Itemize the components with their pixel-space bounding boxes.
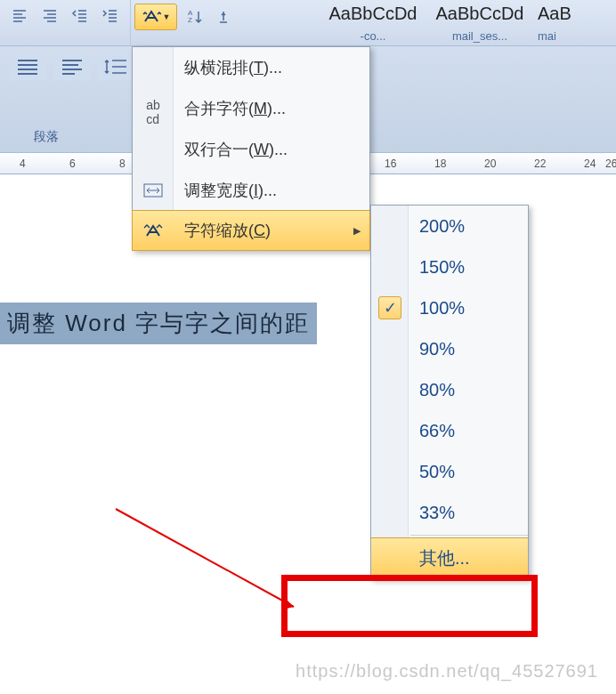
menu-label: 字符缩放(C)	[184, 220, 271, 241]
option-label: 33%	[419, 503, 455, 523]
svg-line-3	[116, 509, 294, 607]
watermark: https://blog.csdn.net/qq_45527691	[296, 661, 598, 682]
selected-text[interactable]: 调整 Word 字与字之间的距	[0, 303, 317, 344]
align-distribute-button[interactable]	[53, 53, 91, 80]
svg-text:Z: Z	[188, 16, 192, 24]
style-name: -co...	[324, 29, 422, 43]
scale-option-150[interactable]: 150%	[371, 246, 528, 287]
scale-option-100[interactable]: ✓ 100%	[371, 287, 528, 328]
option-label: 50%	[419, 462, 455, 482]
ruler-mark: 20	[484, 157, 496, 170]
menu-label: 双行合一(W)...	[184, 139, 288, 160]
scale-option-90[interactable]: 90%	[371, 328, 528, 369]
option-label: 90%	[419, 339, 455, 359]
style-item-1[interactable]: AaBbCcDd -co...	[324, 4, 422, 43]
menu-item-horizontal-vertical[interactable]: 纵横混排(T)...	[133, 47, 369, 88]
ribbon-toolbar: ▼ AZ AaBbCcDd -co... AaBbCcDd mail_ses..…	[0, 0, 616, 46]
decrease-indent-button[interactable]	[68, 5, 93, 28]
style-name: mail_ses...	[431, 29, 529, 43]
style-item-3[interactable]: AaB mai	[538, 4, 582, 43]
style-item-2[interactable]: AaBbCcDd mail_ses...	[431, 4, 529, 43]
asian-layout-menu: 纵横混排(T)... abcd 合并字符(M)... 双行合一(W)... 调整…	[132, 46, 370, 251]
style-preview: AaBbCcDd	[431, 4, 529, 24]
scale-option-other[interactable]: 其他...	[371, 537, 528, 578]
ruler-mark: 26	[605, 157, 616, 170]
option-label: 其他...	[419, 546, 470, 570]
option-label: 80%	[419, 380, 455, 400]
scale-option-33[interactable]: 33%	[371, 492, 528, 533]
show-marks-button[interactable]	[211, 5, 236, 28]
scale-option-66[interactable]: 66%	[371, 410, 528, 451]
style-preview: AaB	[538, 4, 582, 24]
scale-option-80[interactable]: 80%	[371, 369, 528, 410]
indent-left-button[interactable]	[7, 5, 32, 28]
submenu-arrow-icon: ▶	[353, 225, 361, 237]
menu-label: 纵横混排(T)...	[184, 57, 282, 78]
check-icon: ✓	[378, 296, 401, 319]
option-label: 150%	[419, 257, 465, 278]
style-name: mai	[538, 29, 582, 43]
menu-item-combine-chars[interactable]: 合并字符(M)...	[133, 88, 369, 129]
scale-option-50[interactable]: 50%	[371, 451, 528, 492]
indent-right-button[interactable]	[37, 5, 62, 28]
align-justify-button[interactable]	[9, 53, 46, 80]
menu-divider	[410, 535, 528, 536]
ruler-mark: 16	[385, 157, 396, 170]
ruler-mark: 8	[119, 157, 126, 170]
option-label: 100%	[419, 298, 465, 319]
option-label: 66%	[419, 421, 455, 441]
ruler-mark: 18	[434, 157, 446, 170]
char-scale-icon	[133, 212, 174, 251]
group-label: 段落	[34, 129, 59, 145]
increase-indent-button[interactable]	[98, 5, 123, 28]
asian-layout-button[interactable]: ▼	[134, 4, 177, 30]
menu-item-fit-width[interactable]: 调整宽度(I)...	[133, 170, 369, 211]
char-scale-submenu: 200% 150% ✓ 100% 90% 80% 66% 50% 33% 其他.…	[370, 205, 529, 579]
ruler-mark: 22	[534, 157, 546, 170]
paragraph-buttons-group	[0, 0, 131, 45]
sort-button[interactable]: AZ	[182, 5, 207, 28]
styles-gallery: AaBbCcDd -co... AaBbCcDd mail_ses... AaB…	[319, 0, 588, 44]
option-label: 200%	[419, 216, 465, 237]
menu-item-two-lines[interactable]: 双行合一(W)...	[133, 129, 369, 170]
scale-option-200[interactable]: 200%	[371, 206, 528, 246]
style-preview: AaBbCcDd	[324, 4, 422, 24]
menu-label: 调整宽度(I)...	[184, 180, 277, 201]
ruler-mark: 24	[584, 157, 596, 170]
ruler-mark: 4	[20, 157, 26, 170]
ruler-mark: 6	[69, 157, 76, 170]
menu-label: 合并字符(M)...	[184, 98, 286, 119]
dropdown-caret-icon: ▼	[163, 12, 171, 21]
line-spacing-button[interactable]	[98, 53, 135, 80]
annotation-arrow	[107, 500, 320, 625]
